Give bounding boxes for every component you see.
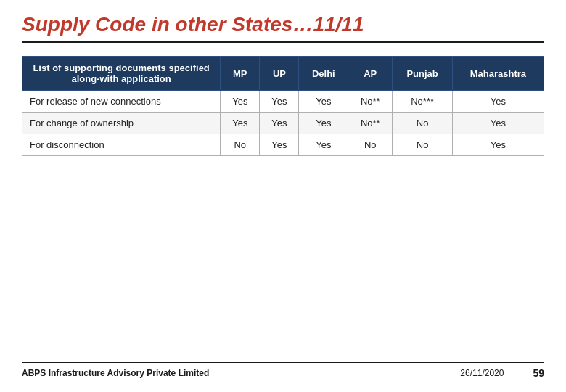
col-header-up: UP	[260, 57, 299, 91]
col-header-maharashtra: Maharashtra	[452, 57, 544, 91]
row1-mp: Yes	[221, 91, 260, 113]
row1-delhi: Yes	[299, 91, 348, 113]
row2-maharashtra: Yes	[452, 113, 544, 134]
row2-punjab: No	[393, 113, 453, 134]
page-title: Supply Code in other States…11/11	[22, 0, 544, 41]
row2-label: For change of ownership	[22, 113, 221, 134]
row3-delhi: Yes	[299, 134, 348, 156]
row2-mp: Yes	[221, 113, 260, 134]
main-table: List of supporting documents specified a…	[22, 56, 544, 156]
table-row: For disconnection No Yes Yes No No Yes	[22, 134, 544, 156]
footer: ABPS Infrastructure Advisory Private Lim…	[22, 362, 544, 379]
row3-mp: No	[221, 134, 260, 156]
col-header-punjab: Punjab	[393, 57, 453, 91]
col-header-mp: MP	[221, 57, 260, 91]
page: Supply Code in other States…11/11 List o…	[0, 0, 566, 392]
footer-date: 26/11/2020	[460, 368, 504, 378]
row1-up: Yes	[260, 91, 299, 113]
table-row: For release of new connections Yes Yes Y…	[22, 91, 544, 113]
row1-label: For release of new connections	[22, 91, 221, 113]
row3-maharashtra: Yes	[452, 134, 544, 156]
row3-label: For disconnection	[22, 134, 221, 156]
col-header-ap: AP	[348, 57, 393, 91]
row3-up: Yes	[260, 134, 299, 156]
col-header-delhi: Delhi	[299, 57, 348, 91]
row3-ap: No	[348, 134, 393, 156]
row2-delhi: Yes	[299, 113, 348, 134]
title-underline	[22, 41, 544, 43]
footer-right: 26/11/2020 59	[460, 367, 544, 379]
col-header-description: List of supporting documents specified a…	[22, 57, 221, 91]
row1-maharashtra: Yes	[452, 91, 544, 113]
row1-ap: No**	[348, 91, 393, 113]
footer-company: ABPS Infrastructure Advisory Private Lim…	[22, 368, 209, 378]
footer-page: 59	[533, 367, 544, 379]
row2-ap: No**	[348, 113, 393, 134]
row2-up: Yes	[260, 113, 299, 134]
table-row: For change of ownership Yes Yes Yes No**…	[22, 113, 544, 134]
row1-punjab: No***	[393, 91, 453, 113]
row3-punjab: No	[393, 134, 453, 156]
table-header-row: List of supporting documents specified a…	[22, 57, 544, 91]
